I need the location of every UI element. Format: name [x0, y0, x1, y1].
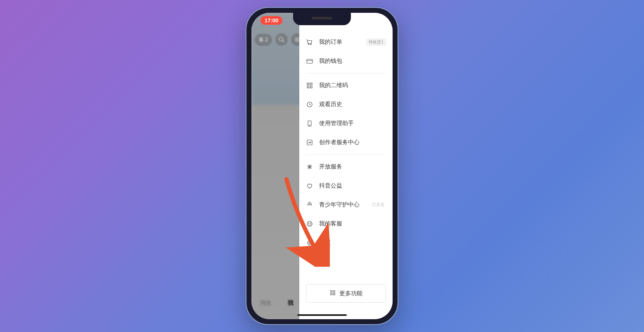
- svg-point-17: [308, 223, 309, 224]
- tab-me[interactable]: 我: [288, 299, 294, 307]
- search-icon[interactable]: [275, 33, 288, 46]
- svg-point-16: [307, 221, 312, 226]
- divider: [306, 73, 386, 74]
- svg-point-20: [309, 242, 310, 244]
- menu-label: 开放服务: [319, 163, 386, 171]
- menu-my-orders[interactable]: 我的订单 待收货1: [306, 33, 386, 52]
- bottom-tab-bar: 消息 我: [251, 299, 302, 307]
- phone-frame: 17:00 客 2 消息 我 我的订单 待收货1: [246, 7, 398, 325]
- svg-rect-11: [310, 86, 313, 88]
- svg-rect-24: [333, 293, 335, 295]
- menu-label: 青少年守护中心: [319, 201, 365, 209]
- phone-screen: 17:00 客 2 消息 我 我的订单 待收货1: [251, 13, 393, 319]
- svg-rect-22: [333, 291, 335, 292]
- svg-rect-21: [331, 291, 332, 292]
- divider: [306, 154, 386, 155]
- menu-youth-protection[interactable]: 青少年守护中心 已开启: [306, 195, 386, 214]
- app-top-controls: 客 2: [255, 33, 303, 46]
- menu-label: 我的客服: [319, 220, 386, 228]
- gear-icon: [306, 239, 313, 247]
- clock-icon: [306, 101, 313, 108]
- menu-label: 使用管理助手: [319, 120, 386, 127]
- svg-rect-8: [307, 83, 309, 85]
- status-time: 17:00: [260, 16, 282, 25]
- home-indicator[interactable]: [297, 314, 347, 316]
- youth-badge: 已开启: [370, 201, 386, 209]
- leaf-icon: [306, 201, 313, 209]
- menu-settings[interactable]: 设置: [306, 233, 386, 252]
- phone-notch: [293, 13, 351, 25]
- menu-my-qrcode[interactable]: 我的二维码: [306, 76, 386, 95]
- orders-badge: 待收货1: [366, 38, 386, 46]
- menu-label: 观看历史: [319, 101, 386, 108]
- menu-label: 设置: [319, 239, 386, 247]
- support-icon: [306, 220, 313, 228]
- svg-point-0: [279, 37, 283, 41]
- menu-open-services[interactable]: 开放服务: [306, 157, 386, 176]
- menu-label: 创作者服务中心: [319, 139, 386, 146]
- heart-icon: [306, 182, 313, 190]
- menu-my-support[interactable]: 我的客服: [306, 214, 386, 233]
- svg-line-1: [282, 40, 284, 42]
- chart-icon: [306, 139, 313, 146]
- svg-point-5: [308, 44, 309, 45]
- svg-point-14: [309, 125, 310, 126]
- qr-icon: [306, 82, 313, 89]
- menu-usage-assistant[interactable]: 使用管理助手: [306, 114, 386, 133]
- more-functions-button[interactable]: 更多功能: [306, 284, 386, 303]
- menu-douyin-charity[interactable]: 抖音公益: [306, 176, 386, 195]
- side-drawer: 我的订单 待收货1 我的钱包 我的二维码 观看历史: [299, 13, 393, 319]
- tab-messages[interactable]: 消息: [260, 299, 271, 307]
- svg-point-6: [310, 44, 311, 45]
- phone-icon: [306, 120, 313, 127]
- svg-rect-9: [310, 83, 313, 85]
- menu-my-wallet[interactable]: 我的钱包: [306, 52, 386, 71]
- svg-rect-7: [307, 59, 313, 64]
- menu-creator-center[interactable]: 创作者服务中心: [306, 133, 386, 152]
- svg-rect-23: [331, 293, 332, 295]
- wallet-icon: [306, 57, 313, 65]
- menu-label: 抖音公益: [319, 182, 386, 190]
- menu-label: 我的订单: [319, 38, 360, 46]
- menu-label: 我的二维码: [319, 82, 386, 89]
- svg-rect-10: [307, 86, 309, 88]
- menu-label: 我的钱包: [319, 57, 386, 65]
- menu-watch-history[interactable]: 观看历史: [306, 95, 386, 114]
- svg-point-18: [310, 223, 311, 224]
- more-button-label: 更多功能: [339, 290, 362, 297]
- grid-icon: [329, 289, 336, 297]
- svg-marker-19: [308, 240, 312, 245]
- cart-icon: [306, 38, 313, 46]
- spark-icon: [306, 163, 313, 171]
- visitor-badge[interactable]: 客 2: [255, 34, 272, 46]
